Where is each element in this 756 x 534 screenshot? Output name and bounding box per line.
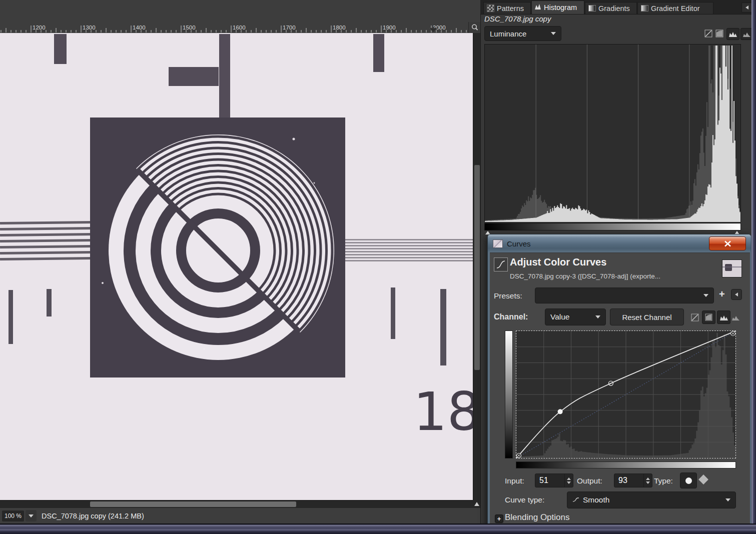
window-frame-right	[751, 0, 756, 534]
gradients-icon	[588, 5, 596, 12]
linear-histogram-icon[interactable]	[691, 314, 699, 324]
histogram-color-toggle-button[interactable]	[740, 28, 752, 40]
vertical-scrollbar[interactable]	[473, 33, 481, 500]
chevron-down-icon	[595, 316, 600, 318]
reset-channel-button[interactable]: Reset Channel	[610, 308, 684, 326]
chevron-down-icon	[551, 32, 556, 35]
histogram-gradient-bar	[484, 223, 741, 230]
gradient-editor-icon	[641, 5, 648, 12]
type-label: Type:	[654, 476, 673, 486]
dialog-titlebar[interactable]: Curves	[488, 234, 751, 252]
output-gradient-strip	[505, 330, 513, 458]
status-file-label: DSC_7078.jpg copy (241.2 MB)	[42, 512, 144, 520]
vertical-scrollbar-handle[interactable]	[474, 165, 480, 370]
magnifier-icon	[471, 24, 479, 32]
dock-tab-bar: Patterns Histogram Gradients Gradient Ed…	[480, 0, 751, 14]
input-gradient-strip	[516, 462, 736, 468]
tab-gradient-editor[interactable]: Gradient Editor	[637, 2, 713, 14]
close-icon	[724, 240, 731, 247]
input-spinbox[interactable]: 51	[535, 474, 573, 488]
output-spinbox[interactable]: 93	[614, 474, 652, 488]
tab-histogram[interactable]: Histogram	[531, 0, 584, 14]
output-spin-arrows[interactable]	[643, 474, 652, 487]
dock-menu-icon	[745, 6, 748, 10]
channel-value: Value	[550, 312, 570, 322]
menu-arrow-icon	[735, 292, 738, 296]
chevron-down-icon	[725, 498, 730, 502]
svg-text:1600: 1600	[233, 24, 246, 30]
dialog-heading: Adjust Color Curves	[510, 256, 606, 268]
input-label: Input:	[505, 476, 524, 486]
gimp-window: 120013001400150016001700180019002000 18 …	[0, 0, 756, 534]
dialog-subtitle: DSC_7078.jpg copy-3 ([DSC_7078-adj] (exp…	[510, 272, 718, 280]
output-value[interactable]: 93	[614, 474, 643, 487]
preset-menu-button[interactable]	[731, 289, 742, 300]
horizontal-ruler[interactable]: 120013001400150016001700180019002000	[0, 22, 473, 33]
channel-label: Channel:	[494, 312, 528, 322]
window-frame-bottom	[0, 524, 756, 534]
smooth-point-icon	[685, 478, 692, 484]
zoom-follow-window-button[interactable]	[468, 22, 481, 34]
svg-text:1700: 1700	[283, 24, 296, 30]
point-type-smooth-button[interactable]	[680, 472, 697, 488]
histogram-plot	[484, 44, 741, 222]
blending-options-label: Blending Options	[505, 512, 569, 522]
input-spin-arrows[interactable]	[564, 474, 573, 487]
smooth-curve-icon	[572, 497, 579, 503]
close-button[interactable]	[709, 236, 746, 250]
histogram-bw-toggle-button[interactable]	[726, 28, 739, 40]
curve-type-combo[interactable]: Smooth	[567, 492, 736, 508]
image-thumbnail	[722, 260, 742, 278]
curve-type-value: Smooth	[583, 496, 609, 504]
logarithmic-histogram-icon[interactable]	[715, 30, 723, 38]
navigation-icon	[474, 502, 479, 506]
chevron-down-icon	[29, 514, 34, 518]
input-value[interactable]: 51	[535, 474, 564, 487]
svg-text:18: 18	[413, 381, 473, 442]
svg-text:1300: 1300	[83, 24, 96, 30]
chevron-down-icon	[703, 294, 708, 297]
blending-options-expander[interactable]	[495, 514, 503, 523]
linear-histogram-icon[interactable]	[704, 30, 712, 38]
patterns-icon	[487, 4, 494, 12]
tab-label: Gradient Editor	[651, 4, 700, 12]
channel-select-value: Luminance	[490, 30, 526, 38]
curve-type-label: Curve type:	[505, 496, 544, 504]
histogram-icon	[535, 4, 541, 12]
channel-combo[interactable]: Value	[545, 308, 606, 326]
zoom-level-field[interactable]: 100 %	[2, 510, 24, 522]
svg-text:1200: 1200	[33, 24, 46, 30]
presets-combo[interactable]	[535, 288, 714, 304]
svg-text:1800: 1800	[333, 24, 346, 30]
output-label: Output:	[577, 476, 602, 486]
tab-label: Histogram	[544, 4, 577, 12]
histogram-channel-select[interactable]: Luminance	[484, 26, 561, 41]
logarithmic-histogram-button[interactable]	[702, 310, 715, 324]
svg-text:1400: 1400	[133, 24, 146, 30]
curve-editor[interactable]	[516, 330, 736, 458]
histogram-image-name: DSC_7078.jpg copy	[484, 14, 551, 23]
horizontal-scrollbar[interactable]	[0, 500, 473, 508]
tab-label: Gradients	[598, 4, 630, 12]
svg-text:1900: 1900	[383, 24, 396, 30]
curves-tool-icon	[494, 258, 508, 272]
dock-menu-button[interactable]	[741, 2, 752, 12]
status-bar: 100 % DSC_7078.jpg copy (241.2 MB)	[0, 508, 480, 524]
tab-label: Patterns	[497, 4, 524, 12]
test-chart-image: 18	[0, 33, 473, 500]
presets-label: Presets:	[494, 292, 522, 300]
tab-gradients[interactable]: Gradients	[585, 2, 637, 14]
curves-window-icon	[493, 240, 503, 248]
zoom-dropdown-button[interactable]	[26, 510, 37, 522]
navigation-preview-button[interactable]	[473, 500, 480, 508]
svg-text:1500: 1500	[183, 24, 196, 30]
curves-dialog: Curves Adjust Color Curves DSC_7078.jpg …	[487, 234, 751, 534]
horizontal-scrollbar-handle[interactable]	[90, 502, 296, 507]
image-viewport[interactable]: 18	[0, 33, 473, 500]
histogram-toggle-button[interactable]	[717, 310, 730, 324]
histogram-alt-icon[interactable]	[732, 314, 739, 322]
add-preset-button[interactable]	[719, 290, 725, 300]
tab-patterns[interactable]: Patterns	[483, 2, 531, 14]
dialog-title: Curves	[507, 240, 531, 248]
